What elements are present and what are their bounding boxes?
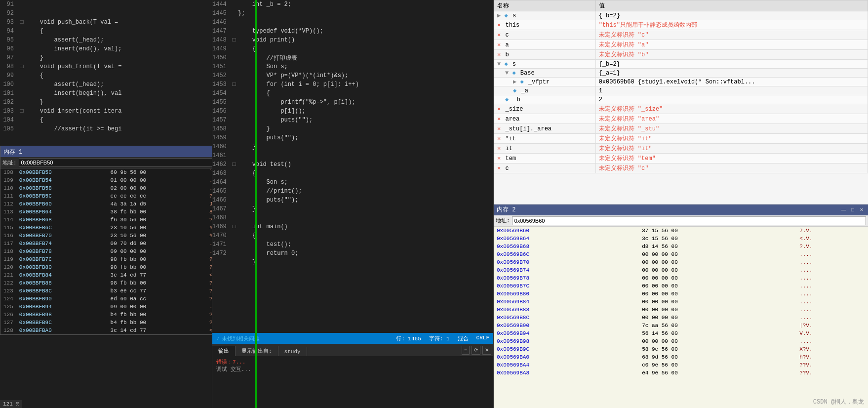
mem2-addr: 0x00569BA8	[494, 369, 639, 377]
mem1-addr: 0x00BBFB80	[16, 263, 108, 271]
left-code-line: 97 }	[0, 53, 212, 62]
mem2-bytes: 00 00 00 00	[639, 266, 796, 274]
fold-icon[interactable]: □	[18, 63, 26, 70]
error-icon: ✕	[497, 145, 501, 152]
memory2-close[interactable]: ✕	[858, 206, 865, 213]
fold-icon[interactable]: □	[230, 223, 238, 230]
error-icon: ✕	[497, 106, 501, 113]
mem1-linenum: 128	[0, 326, 16, 334]
mem1-bytes: 23 10 56 00	[108, 224, 206, 232]
fold-icon[interactable]: □	[18, 19, 26, 26]
mem2-chars: ....	[796, 266, 868, 274]
tab-show-output[interactable]: 显示输出自:	[236, 346, 278, 356]
output-close[interactable]: ✕	[482, 346, 491, 355]
mem1-addr: 0x00BBFB9C	[16, 319, 108, 326]
line-content: puts("");	[238, 197, 493, 204]
watch-cell-value: 未定义标识符 "b"	[595, 50, 868, 60]
memory2-row: 0x00569BA8 e4 9e 56 00 ??V.	[494, 369, 868, 377]
mem1-linenum: 123	[0, 287, 16, 295]
line-content: printf("%p->", p[i]);	[238, 99, 493, 106]
mem1-bytes: 09 00 00 00	[108, 303, 206, 311]
watch-cell-name: ✕ *it	[494, 134, 596, 144]
left-code-line: 105 //assert(it >= begi	[0, 124, 212, 133]
mem2-addr: 0x00569B80	[494, 290, 639, 298]
watch-cell-name: ✕ this	[494, 20, 596, 30]
zoom-indicator: 121 %	[0, 400, 22, 408]
watch-name: _vfptr	[528, 79, 550, 85]
fold-icon[interactable]: □	[18, 108, 26, 115]
line-content: {	[238, 90, 493, 97]
mem2-chars: ....	[796, 274, 868, 282]
watch-row: ▶ ◆ _vfptr 0x00569b60 {study1.exelvoid(*…	[494, 78, 868, 86]
watch-name: s	[513, 61, 516, 68]
fold-icon[interactable]: □	[230, 81, 238, 88]
mem1-linenum: 125	[0, 303, 16, 311]
line-content: void insert(const itera	[26, 108, 212, 115]
output-btn-1[interactable]: ≡	[462, 346, 470, 355]
tab-output[interactable]: 输出	[212, 346, 236, 356]
line-number: 1448	[212, 37, 230, 43]
watch-value: 2	[599, 96, 602, 103]
fold-icon[interactable]: □	[230, 161, 238, 168]
watch-row: ✕ *it 未定义标识符 "it"	[494, 134, 868, 144]
mem1-addr: 0x00BBFB5C	[16, 192, 108, 200]
line-content: Son s;	[238, 63, 493, 70]
mem2-bytes: 3c 15 56 00	[639, 235, 796, 243]
memory1-row: 123 0x00BBFB8C b3 ee cc 77 ???w	[0, 287, 212, 295]
watch-cell-value: 未定义标识符 "c"	[595, 30, 868, 40]
left-code-line: 101 insert(begin(), val	[0, 89, 212, 98]
left-code-line: 99 {	[0, 71, 212, 80]
line-content: {	[238, 232, 493, 239]
memory1-addr-input[interactable]	[19, 158, 212, 167]
mem1-chars: <.?w	[206, 326, 212, 334]
memory2-pin[interactable]: □	[849, 206, 856, 213]
line-number: 101	[0, 90, 18, 97]
line-number: 1455	[212, 99, 230, 106]
memory1-row: 109 0x00BBFB54 01 00 00 00 ....	[0, 176, 212, 184]
watermark: CSDN @桐人，奥龙	[813, 398, 864, 406]
mem1-bytes: 98 fb bb 00	[108, 263, 206, 271]
mem2-addr: 0x00569B6C	[494, 250, 639, 258]
mem1-bytes: 60 9b 56 00	[108, 168, 206, 176]
mem2-bytes: 00 00 00 00	[639, 314, 796, 322]
watch-value: 未定义标识符 "tem"	[599, 155, 656, 162]
left-code-line: 93 □ void push_back(T val =	[0, 18, 212, 27]
expand-icon[interactable]: ▼	[497, 61, 501, 68]
memory2-row: 0x00569B78 00 00 00 00 ....	[494, 274, 868, 282]
memory2-scroll[interactable]: 0x00569B60 37 15 56 00 7.V. 0x00569B64 3…	[494, 227, 868, 408]
mem1-linenum: 116	[0, 232, 16, 240]
line-content: return 0;	[238, 250, 493, 257]
memory1-row: 114 0x00BBFB68 f6 30 56 00 ?0V.	[0, 216, 212, 224]
watch-row: ✕ a 未定义标识符 "a"	[494, 40, 868, 50]
memory2-addr-input[interactable]	[512, 216, 866, 225]
mem2-bytes: c0 9e 56 00	[639, 361, 796, 369]
memory2-minimize[interactable]: —	[840, 206, 847, 213]
expand-icon[interactable]: ▶	[513, 79, 516, 85]
line-number: 1463	[212, 170, 230, 177]
fold-icon[interactable]: □	[230, 37, 238, 43]
watch-cell-name: ✕ _size	[494, 104, 596, 114]
watch-cell-value: 未定义标识符 "c"	[595, 163, 868, 173]
mem2-bytes: d8 14 56 00	[639, 243, 796, 250]
expand-icon[interactable]: ▶	[497, 12, 501, 19]
tab-study[interactable]: study	[278, 347, 307, 356]
line-number: 1459	[212, 134, 230, 141]
mem2-addr: 0x00569B8C	[494, 314, 639, 322]
watch-name: s	[513, 12, 516, 19]
mem1-linenum: 111	[0, 192, 16, 200]
line-number: 1454	[212, 90, 230, 97]
expand-icon[interactable]: ▼	[505, 70, 509, 77]
mem1-linenum: 119	[0, 255, 16, 263]
line-content: VP* p=(VP*)(*(int*)&s);	[238, 72, 493, 79]
memory1-row: 118 0x00BBFB78 09 00 00 00 ....	[0, 247, 212, 255]
mem1-bytes: 00 70 d6 00	[108, 240, 206, 247]
watch-cell-value: 未定义标识符 "area"	[595, 114, 868, 124]
mem2-addr: 0x00569B68	[494, 243, 639, 250]
line-content: puts("");	[238, 117, 493, 123]
mem2-chars: |?V.	[796, 322, 868, 329]
line-number: 1460	[212, 143, 230, 150]
line-content: }	[238, 125, 493, 132]
mem1-addr: 0x00BBFB6C	[16, 224, 108, 232]
watch-row: ✕ c 未定义标识符 "c"	[494, 163, 868, 173]
output-btn-2[interactable]: ⟳	[472, 346, 480, 355]
